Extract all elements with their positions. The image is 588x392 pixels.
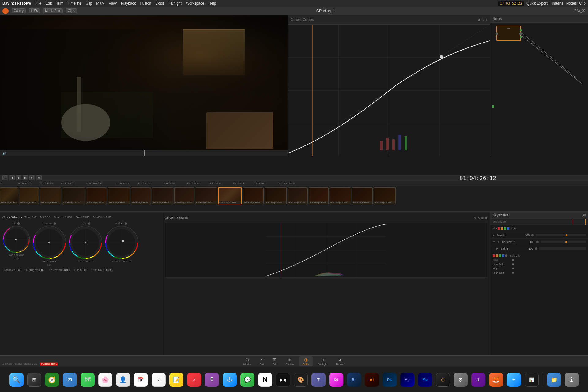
gain-reset-dot[interactable] (88, 222, 90, 225)
menu-playback[interactable]: Playback (121, 1, 136, 6)
dock-contacts[interactable]: 👤 (115, 372, 131, 388)
curves-point-icon[interactable]: ⊕ (481, 216, 484, 220)
kf-corrector-expand2[interactable]: ▶ (498, 240, 499, 243)
kf-orange-btn[interactable] (501, 227, 503, 230)
dock-systemprefs[interactable]: ⚙ (453, 372, 469, 388)
clips-btn[interactable]: Clips (66, 8, 77, 13)
quick-export-btn[interactable]: Quick Export (526, 1, 548, 6)
timeline-clip[interactable]: Blackmagic RAW (152, 187, 173, 204)
timeline-clip[interactable]: Blackmagic RAW (19, 187, 39, 204)
dock-reminders[interactable]: ☑ (151, 372, 167, 388)
menu-app-name[interactable]: DaVinci Resolve (2, 1, 31, 6)
curve-tool1[interactable]: ✎ (481, 18, 484, 21)
offset-wheel[interactable] (105, 226, 138, 259)
dock-notion[interactable]: N (257, 372, 273, 388)
timeline-clip[interactable]: Blackmagic RAW (86, 187, 107, 204)
gamma-reset-dot[interactable] (54, 222, 56, 225)
timeline-clip[interactable]: Blackmagic RAW (330, 187, 351, 204)
kf-corrector-dot[interactable] (536, 241, 539, 243)
media-module-btn[interactable]: ⬡ Media (240, 356, 255, 366)
curve-svg[interactable] (288, 24, 490, 156)
sc-orange-btn[interactable] (496, 254, 498, 257)
dock-mail[interactable]: ✉ (62, 372, 78, 388)
menu-view[interactable]: View (109, 1, 117, 6)
kf-corrector-expand[interactable]: ▼ (493, 240, 495, 243)
fairlight-module-btn[interactable]: ♫ Fairlight (314, 356, 331, 366)
menu-file[interactable]: File (35, 1, 41, 6)
transport-prev-frame[interactable]: ◀ (9, 175, 15, 180)
kf-master-dot[interactable] (531, 234, 534, 236)
curve-reset-btn[interactable]: ↺ (478, 18, 480, 21)
deliver-module-btn[interactable]: ▲ Deliver (332, 356, 348, 366)
sc-settings-dot[interactable] (505, 254, 507, 257)
sc-blue-btn[interactable] (502, 254, 504, 257)
curves-pencil-icon[interactable]: ✎ (474, 216, 476, 220)
transport-skip-fwd[interactable]: ⏭ (29, 175, 35, 180)
timeline-clip[interactable]: Blackmagic RAW (265, 187, 287, 204)
kf-string-expand[interactable]: ▶ (496, 247, 498, 250)
transport-play[interactable]: ▶ (16, 175, 21, 180)
timeline-clips[interactable]: Blackmagic RAW Blackmagic RAW Blackmagic… (0, 186, 588, 206)
timeline-clip-selected[interactable]: Blackmagic RAW (218, 187, 242, 204)
node-1[interactable]: 01 (496, 26, 521, 41)
timeline-clip[interactable]: Blackmagic RAW (243, 187, 264, 204)
volume-icon[interactable]: 🔊 (2, 152, 6, 155)
curves-delete-icon[interactable]: ✕ (485, 216, 487, 220)
dock-messages[interactable]: 💬 (239, 372, 255, 388)
dock-figma[interactable]: 🎨 (293, 372, 309, 388)
timeline-btn[interactable]: Timeline (550, 1, 564, 6)
menu-help[interactable]: Help (209, 1, 216, 6)
transport-loop[interactable]: ↺ (36, 175, 42, 180)
dock-safari[interactable]: 🧭 (44, 372, 60, 388)
gain-wheel[interactable] (69, 226, 102, 259)
luts-btn[interactable]: LUTs (29, 8, 40, 13)
dock-podcasts[interactable]: 🎙 (204, 372, 220, 388)
kf-corrector-track[interactable] (541, 241, 586, 243)
dock-aftereffects[interactable]: Ae (399, 372, 415, 388)
timeline-clip[interactable]: Blackmagic RAW (62, 187, 85, 204)
dock-calendar[interactable]: 📅 (133, 372, 149, 388)
menu-fusion[interactable]: Fusion (140, 1, 151, 6)
timeline-clip[interactable]: Blackmagic RAW (195, 187, 217, 204)
sc-green-btn[interactable] (499, 254, 501, 257)
dock-photoshop[interactable]: Ps (382, 372, 398, 388)
dock-capcut[interactable]: ▶◀ (275, 372, 291, 388)
dock-istat[interactable]: 📊 (524, 372, 540, 388)
curve-canvas-area[interactable] (165, 223, 487, 278)
dock-teams[interactable]: T (311, 372, 326, 388)
dock-launchpad[interactable]: ⊞ (26, 372, 42, 388)
dock-music[interactable]: ♪ (186, 372, 202, 388)
dock-notes[interactable]: 📝 (168, 372, 184, 388)
timeline-clip[interactable]: Blackmagic RAW (40, 187, 61, 204)
cut-module-btn[interactable]: ✂ Cut (256, 356, 267, 366)
menu-workspace[interactable]: Workspace (186, 1, 204, 6)
media-pool-btn[interactable]: Media Pool (43, 8, 62, 13)
lift-wheel[interactable] (2, 226, 30, 253)
dock-folder[interactable]: 📁 (546, 372, 562, 388)
lift-reset-dot[interactable] (17, 222, 20, 225)
color-module-btn[interactable]: ◑ Color (299, 356, 313, 366)
menu-clip[interactable]: Clip (86, 1, 92, 6)
menu-trim[interactable]: Trim (56, 1, 63, 6)
menu-fairlight[interactable]: Fairlight (168, 1, 182, 6)
dock-finder[interactable]: 🔍 (9, 372, 24, 388)
menu-color[interactable]: Color (156, 1, 164, 6)
gamma-wheel[interactable] (32, 226, 66, 259)
dock-mediaencoder[interactable]: Me (417, 372, 433, 388)
menu-mark[interactable]: Mark (96, 1, 104, 6)
kf-record-icon[interactable]: ● (496, 227, 497, 230)
timeline-clip[interactable]: Blackmagic RAW (174, 187, 194, 204)
dock-illustrator[interactable]: Ai (364, 372, 380, 388)
kf-master-track[interactable] (536, 234, 586, 236)
bottom-curve-svg[interactable] (165, 223, 487, 277)
curve-tool2[interactable]: ⊹ (485, 18, 488, 21)
kf-string-dot[interactable] (535, 247, 537, 250)
dock-maps[interactable]: 🗺 (80, 372, 96, 388)
dock-trash[interactable]: 🗑 (564, 372, 580, 388)
nodes-btn[interactable]: Nodes (566, 1, 577, 6)
menu-edit[interactable]: Edit (46, 1, 52, 6)
edit-module-btn[interactable]: ⊞ Edit (269, 356, 281, 366)
kf-blue-btn[interactable] (507, 227, 509, 230)
kf-undo-icon[interactable]: ↺ (493, 227, 495, 230)
timeline-clip[interactable]: Blackmagic RAW (352, 187, 373, 204)
